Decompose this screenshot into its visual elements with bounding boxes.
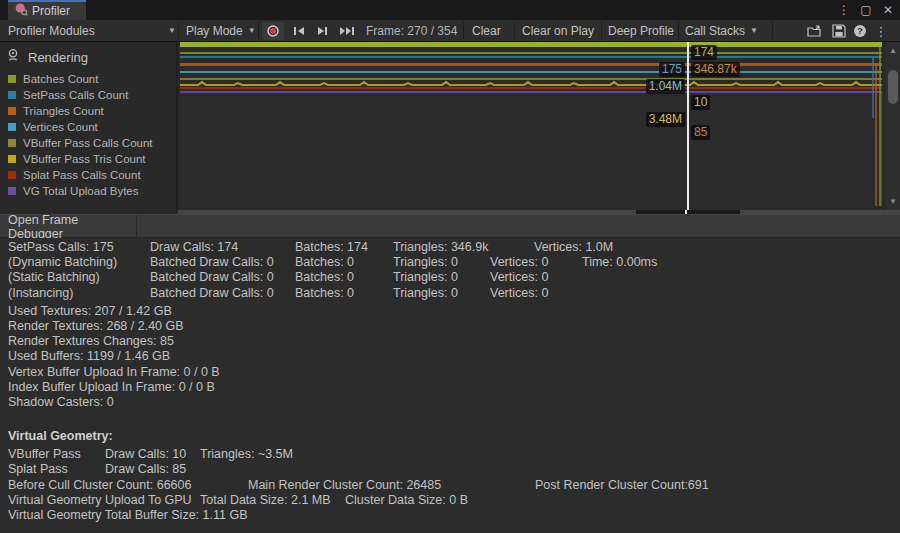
series-end-edge — [881, 91, 882, 206]
module-header[interactable]: Rendering — [0, 42, 176, 71]
window-menu-icon[interactable]: ⋮ — [836, 2, 852, 18]
open-frame-debugger-button[interactable]: Open Frame Debugger — [0, 215, 137, 238]
rendering-details-pane: SetPass Calls: 175Draw Calls: 174Batches… — [0, 238, 900, 533]
series-line-splat — [180, 87, 882, 89]
memory-stats: Used Textures: 207 / 1.42 GB Render Text… — [8, 304, 900, 410]
vg-cluster-counts-row: Before Cull Cluster Count: 66606Main Ren… — [8, 478, 900, 493]
virtual-geometry-heading: Virtual Geometry: — [8, 429, 900, 444]
setpass-swatch — [8, 91, 16, 99]
current-frame-button[interactable] — [336, 20, 360, 41]
rendering-chart[interactable]: 174 175 346.87k 1.04M 10 3.48M 85 — [180, 42, 882, 210]
series-line-batches — [180, 52, 882, 54]
toolbar-kebab-menu[interactable]: ⋮ — [872, 22, 890, 40]
legend-item-vbuffer-tris[interactable]: VBuffer Pass Tris Count — [8, 151, 176, 167]
rendering-module-icon — [7, 48, 22, 66]
save-profile-button[interactable] — [828, 22, 850, 40]
legend-item-vertices[interactable]: Vertices Count — [8, 119, 176, 135]
prev-frame-button[interactable] — [290, 20, 308, 41]
scroll-up-icon[interactable]: ▲ — [885, 44, 900, 57]
stat-line: Shadow Casters: 0 — [8, 395, 900, 410]
legend-item-batches[interactable]: Batches Count — [8, 71, 176, 87]
stat-line: Index Buffer Upload In Frame: 0 / 0 B — [8, 380, 900, 395]
maximize-icon[interactable]: ▢ — [858, 2, 874, 18]
legend-item-splat[interactable]: Splat Pass Calls Count — [8, 167, 176, 183]
profiler-modules-label: Profiler Modules — [8, 24, 95, 38]
current-frame-indicator[interactable] — [687, 42, 689, 210]
legend-item-vg-upload[interactable]: VG Total Upload Bytes — [8, 183, 176, 199]
series-line-setpass — [180, 56, 882, 58]
play-mode-dropdown[interactable]: Play Mode ▼ — [186, 20, 256, 41]
splat-swatch — [8, 171, 16, 179]
value-chip-triangles: 346.87k — [691, 62, 740, 77]
call-stacks-label: Call Stacks — [685, 24, 745, 38]
next-frame-button[interactable] — [313, 20, 331, 41]
stat-line: Used Textures: 207 / 1.42 GB — [8, 304, 900, 319]
stat-line: Render Textures Changes: 85 — [8, 334, 900, 349]
frame-counter: Frame: 270 / 354 — [366, 20, 457, 41]
value-chip-batches: 174 — [691, 45, 717, 60]
play-mode-label: Play Mode — [186, 24, 243, 38]
details-toolbar: Open Frame Debugger — [0, 214, 900, 238]
deep-profile-button[interactable]: Deep Profile — [608, 20, 674, 41]
record-icon — [266, 24, 280, 38]
stats-summary-row: SetPass Calls: 175Draw Calls: 174Batches… — [8, 240, 900, 255]
value-chip-vbuffer-tris: 3.48M — [646, 112, 685, 127]
svg-text:?: ? — [857, 26, 863, 36]
profiler-icon — [14, 2, 28, 20]
clear-on-play-button[interactable]: Clear on Play — [522, 20, 594, 41]
series-end-edge — [875, 63, 877, 206]
save-icon — [832, 24, 846, 38]
titlebar: Profiler ⋮ ▢ ✕ — [0, 0, 900, 20]
tab-label: Profiler — [32, 4, 70, 18]
triangles-swatch — [8, 107, 16, 115]
chart-vertical-scrollbar[interactable]: ▲ ▼ — [884, 42, 900, 210]
series-line-vertices — [180, 71, 882, 73]
stats-instancing-row: (Instancing)Batched Draw Calls: 0Batches… — [8, 286, 900, 301]
value-chip-splat: 85 — [691, 125, 710, 140]
stat-line: Used Buffers: 1199 / 1.46 GB — [8, 349, 900, 364]
tab-profiler[interactable]: Profiler — [8, 0, 86, 20]
stat-line: Vertex Buffer Upload In Frame: 0 / 0 B — [8, 365, 900, 380]
series-line-triangles — [180, 63, 882, 66]
stats-dynamic-batching-row: (Dynamic Batching)Batched Draw Calls: 0B… — [8, 255, 900, 270]
value-chip-setpass: 175 — [659, 62, 685, 77]
profiler-toolbar: Profiler Modules ▼ Play Mode ▼ — [0, 20, 900, 42]
chart-region: Rendering Batches Count SetPass Calls Co… — [0, 42, 900, 210]
help-button[interactable]: ? — [850, 22, 870, 40]
vbuffer-calls-swatch — [8, 139, 16, 147]
call-stacks-dropdown[interactable]: Call Stacks ▼ — [685, 20, 758, 41]
next-frame-icon — [316, 25, 329, 37]
profiler-modules-dropdown[interactable]: Profiler Modules — [8, 20, 95, 41]
legend-item-vbuffer-calls[interactable]: VBuffer Pass Calls Count — [8, 135, 176, 151]
close-icon[interactable]: ✕ — [880, 2, 896, 18]
vertices-swatch — [8, 123, 16, 131]
help-icon: ? — [853, 24, 867, 38]
legend-item-triangles[interactable]: Triangles Count — [8, 103, 176, 119]
last-frame-icon — [339, 25, 357, 37]
legend-item-setpass[interactable]: SetPass Calls Count — [8, 87, 176, 103]
profiler-window: Profiler ⋮ ▢ ✕ Profiler Modules ▼ Play M… — [0, 0, 900, 533]
value-chip-vbuffer-calls: 10 — [691, 95, 710, 110]
record-button[interactable] — [262, 22, 284, 40]
load-icon — [807, 24, 823, 38]
vg-vbuffer-pass-row: VBuffer PassDraw Calls: 10Triangles: ~3.… — [8, 447, 900, 462]
series-line-top-band — [180, 42, 882, 47]
value-chip-vertices: 1.04M — [646, 79, 685, 94]
prev-frame-icon — [293, 25, 306, 37]
load-profile-button[interactable] — [804, 22, 826, 40]
profiler-modules-arrow-icon[interactable]: ▼ — [163, 20, 176, 41]
vg-buffer-size-row: Virtual Geometry Total Buffer Size: 1.11… — [8, 508, 900, 523]
module-sidebar: Rendering Batches Count SetPass Calls Co… — [0, 42, 178, 210]
scrollbar-thumb[interactable] — [888, 70, 898, 104]
stats-static-batching-row: (Static Batching)Batched Draw Calls: 0Ba… — [8, 270, 900, 285]
virtual-geometry-stats: VBuffer PassDraw Calls: 10Triangles: ~3.… — [8, 447, 900, 523]
scroll-down-icon[interactable]: ▼ — [885, 195, 900, 208]
vg-splat-pass-row: Splat PassDraw Calls: 85 — [8, 462, 900, 477]
vbuffer-tris-swatch — [8, 155, 16, 163]
batches-swatch — [8, 75, 16, 83]
clear-button[interactable]: Clear — [472, 20, 501, 41]
series-end-edge — [872, 56, 874, 118]
stat-line: Render Textures: 268 / 2.40 GB — [8, 319, 900, 334]
series-line-vg-upload — [180, 91, 882, 93]
window-controls: ⋮ ▢ ✕ — [836, 0, 896, 20]
